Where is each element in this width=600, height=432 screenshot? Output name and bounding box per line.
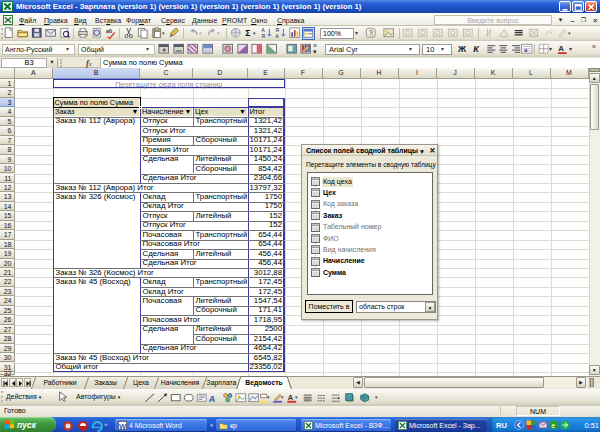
svg-text:аб: аб [106,28,113,34]
svg-text:А: А [288,392,294,401]
svg-text:А: А [261,28,265,33]
svg-text:А: А [558,44,564,53]
svg-text:Σ: Σ [245,28,251,38]
svg-text:W: W [119,421,127,430]
svg-text:Я: Я [275,28,279,33]
svg-text:Я: Я [261,34,265,39]
svg-text:А: А [209,393,217,403]
svg-text:a: a [524,46,528,53]
svg-text:e: e [552,422,556,429]
svg-text:А: А [275,34,279,39]
